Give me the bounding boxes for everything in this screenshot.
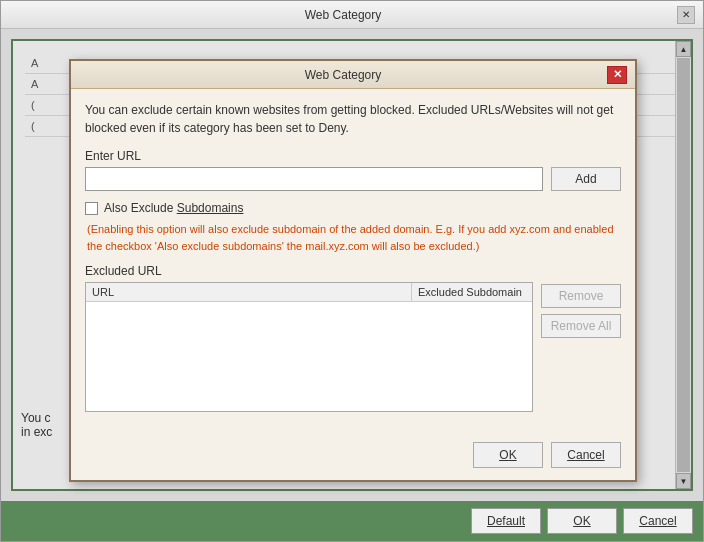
default-button[interactable]: Default [471, 508, 541, 534]
add-button[interactable]: Add [551, 167, 621, 191]
table-area: URL Excluded Subdomain Remove Remove All [85, 282, 621, 412]
outer-ok-button[interactable]: OK [547, 508, 617, 534]
col-header-url: URL [86, 283, 412, 301]
outer-content: A s A s ( s ( s [1, 29, 703, 501]
col-header-subdomain: Excluded Subdomain [412, 283, 532, 301]
remove-button[interactable]: Remove [541, 284, 621, 308]
modal-close-icon: ✕ [613, 68, 622, 81]
outer-window-title: Web Category [9, 8, 677, 22]
excluded-url-table: URL Excluded Subdomain [85, 282, 533, 412]
modal-cancel-button[interactable]: Cancel [551, 442, 621, 468]
modal-body: You can exclude certain known websites f… [71, 89, 635, 434]
modal-title: Web Category [79, 68, 607, 82]
outer-window: Web Category ✕ A s A s ( [0, 0, 704, 542]
modal-ok-label: OK [499, 448, 516, 462]
outer-ok-label: OK [573, 514, 590, 528]
modal-footer: OK Cancel [71, 434, 635, 480]
remove-all-button[interactable]: Remove All [541, 314, 621, 338]
modal-description: You can exclude certain known websites f… [85, 101, 621, 137]
subdomain-info-text: (Enabling this option will also exclude … [85, 221, 621, 254]
also-exclude-label: Also Exclude Subdomains [104, 201, 243, 215]
modal-cancel-label: Cancel [567, 448, 604, 462]
default-label: Default [487, 514, 525, 528]
outer-bottom-bar: Default OK Cancel [1, 501, 703, 541]
table-body [86, 302, 532, 406]
outer-cancel-button[interactable]: Cancel [623, 508, 693, 534]
also-exclude-checkbox-row: Also Exclude Subdomains [85, 201, 621, 215]
outer-titlebar: Web Category ✕ [1, 1, 703, 29]
also-exclude-checkbox[interactable] [85, 202, 98, 215]
modal-ok-button[interactable]: OK [473, 442, 543, 468]
outer-close-icon: ✕ [682, 9, 690, 20]
table-action-buttons: Remove Remove All [541, 282, 621, 412]
url-input[interactable] [85, 167, 543, 191]
excluded-url-label: Excluded URL [85, 264, 621, 278]
modal-dialog: Web Category ✕ You can exclude certain k… [69, 59, 637, 482]
modal-titlebar: Web Category ✕ [71, 61, 635, 89]
outer-close-button[interactable]: ✕ [677, 6, 695, 24]
table-header: URL Excluded Subdomain [86, 283, 532, 302]
excluded-url-section: Excluded URL URL Excluded Subdomain [85, 264, 621, 412]
url-input-row: Add [85, 167, 621, 191]
outer-cancel-label: Cancel [639, 514, 676, 528]
modal-close-button[interactable]: ✕ [607, 66, 627, 84]
url-field-label: Enter URL [85, 149, 621, 163]
